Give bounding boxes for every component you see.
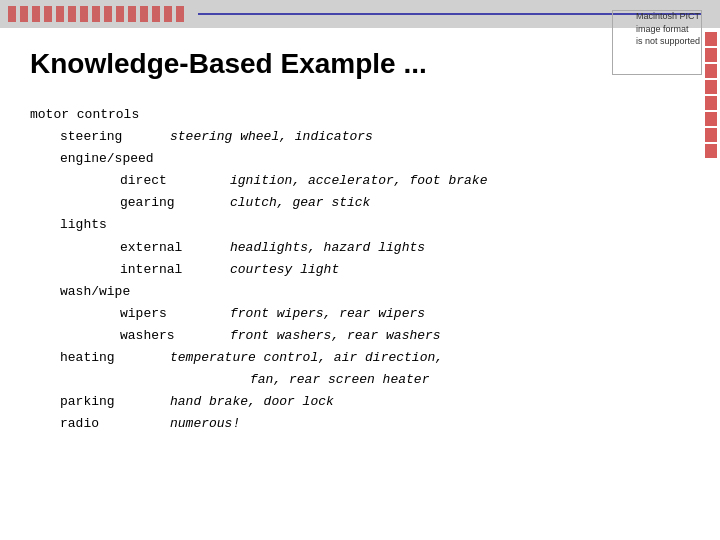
parking-row: parkinghand brake, door lock — [60, 391, 672, 413]
red-side-bars — [702, 28, 720, 540]
steering-value: steering wheel, indicators — [170, 129, 373, 144]
steering-key: steering — [60, 126, 170, 148]
red-bar-8 — [705, 144, 717, 158]
knowledge-tree: motor controls steeringsteering wheel, i… — [30, 104, 672, 435]
lights-row: lights — [60, 214, 672, 236]
wipers-value: front wipers, rear wipers — [230, 306, 425, 321]
red-bar-1 — [705, 32, 717, 46]
internal-value: courtesy light — [230, 262, 339, 277]
washwipe-row: wash/wipe — [60, 281, 672, 303]
page-title: Knowledge-Based Example ... — [30, 48, 672, 80]
heating-row: heatingtemperature control, air directio… — [60, 347, 672, 369]
red-bar-3 — [705, 64, 717, 78]
red-bar-4 — [705, 80, 717, 94]
red-bar-2 — [705, 48, 717, 62]
direct-row: directignition, accelerator, foot brake — [120, 170, 672, 192]
red-bar-7 — [705, 128, 717, 142]
heating-key: heating — [60, 347, 170, 369]
gearing-row: gearingclutch, gear stick — [120, 192, 672, 214]
engine-row: engine/speed — [60, 148, 672, 170]
steering-row: steeringsteering wheel, indicators — [60, 126, 672, 148]
radio-key: radio — [60, 413, 170, 435]
external-row: externalheadlights, hazard lights — [120, 237, 672, 259]
parking-key: parking — [60, 391, 170, 413]
radio-row: radionumerous! — [60, 413, 672, 435]
radio-value: numerous! — [170, 416, 240, 431]
heating-value2: fan, rear screen heater — [250, 372, 429, 387]
root-label: motor controls — [30, 107, 139, 122]
gearing-value: clutch, gear stick — [230, 195, 370, 210]
lights-key: lights — [60, 217, 107, 232]
heating-row-2: fan, rear screen heater — [250, 369, 672, 391]
washers-value: front washers, rear washers — [230, 328, 441, 343]
root-node: motor controls — [30, 104, 672, 126]
parking-value: hand brake, door lock — [170, 394, 334, 409]
red-bar-6 — [705, 112, 717, 126]
direct-value: ignition, accelerator, foot brake — [230, 173, 487, 188]
direct-key: direct — [120, 170, 230, 192]
external-key: external — [120, 237, 230, 259]
washers-key: washers — [120, 325, 230, 347]
gearing-key: gearing — [120, 192, 230, 214]
main-content: Knowledge-Based Example ... motor contro… — [0, 28, 702, 540]
internal-key: internal — [120, 259, 230, 281]
red-bar-5 — [705, 96, 717, 110]
red-squiggle-decoration — [8, 6, 188, 22]
external-value: headlights, hazard lights — [230, 240, 425, 255]
wipers-key: wipers — [120, 303, 230, 325]
engine-key: engine/speed — [60, 151, 154, 166]
washwipe-key: wash/wipe — [60, 284, 130, 299]
heating-value: temperature control, air direction, — [170, 350, 443, 365]
washers-row: washersfront washers, rear washers — [120, 325, 672, 347]
mac-pict-line1: Macintosh PICT — [636, 11, 700, 21]
internal-row: internalcourtesy light — [120, 259, 672, 281]
wipers-row: wipersfront wipers, rear wipers — [120, 303, 672, 325]
